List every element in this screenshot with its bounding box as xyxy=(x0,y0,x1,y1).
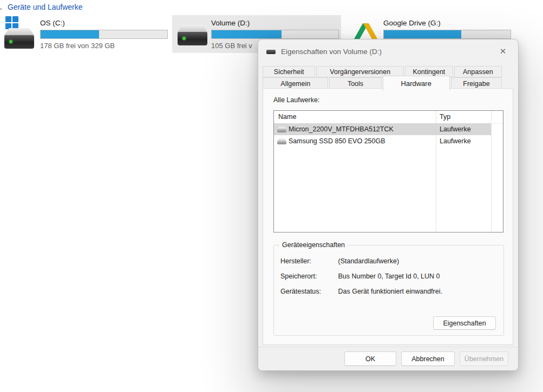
hard-drive-icon xyxy=(4,28,34,50)
tab-anpassen[interactable]: Anpassen xyxy=(454,66,502,77)
collapse-chevron-icon[interactable]: ⌄ xyxy=(0,4,3,11)
close-icon[interactable]: ✕ xyxy=(493,42,513,61)
tab-hardware[interactable]: Hardware xyxy=(383,76,450,91)
list-header: Name Typ xyxy=(274,111,503,124)
list-item-micron[interactable]: Micron_2200V_MTFDHBA512TCK Laufwerke xyxy=(274,123,491,135)
properties-button[interactable]: Eigenschaften xyxy=(433,316,496,330)
column-header-name[interactable]: Name xyxy=(278,113,296,121)
all-drives-label: Alle Laufwerke: xyxy=(273,96,319,104)
dialog-footer: OK Abbrechen Übernehmen xyxy=(258,347,518,370)
drives-list[interactable]: Name Typ Micron_2200V_MTFDHBA512TCK Lauf… xyxy=(273,110,503,232)
hard-drive-icon xyxy=(178,25,207,46)
properties-dialog: Eigenschaften von Volume (D:) ✕ Sicherhe… xyxy=(258,39,519,371)
dialog-titlebar[interactable]: Eigenschaften von Volume (D:) ✕ xyxy=(258,39,518,63)
apply-button[interactable]: Übernehmen xyxy=(460,351,508,366)
explorer-window: ⌄ Geräte und Laufwerke OS (C:) 178 GB fr… xyxy=(0,0,543,392)
free-space-text: 178 GB frei von 329 GB xyxy=(40,42,115,50)
dialog-title: Eigenschaften von Volume (D:) xyxy=(281,48,382,56)
small-drive-icon xyxy=(277,127,286,132)
drive-tile-os-c[interactable]: OS (C:) 178 GB frei von 329 GB xyxy=(1,15,170,53)
drive-name: Volume (D:) xyxy=(211,19,250,27)
drive-name: Google Drive (G:) xyxy=(383,19,441,27)
hardware-tab-pane: Alle Laufwerke: Name Typ Micron_2200V_MT… xyxy=(263,88,513,345)
manufacturer-row: Hersteller: (Standardlaufwerke) xyxy=(280,257,399,265)
cancel-button[interactable]: Abbrechen xyxy=(401,351,455,366)
capacity-bar xyxy=(40,30,168,39)
device-properties-group: Geräteeigenschaften Hersteller: (Standar… xyxy=(273,245,504,336)
capacity-bar xyxy=(211,30,339,39)
ok-button[interactable]: OK xyxy=(344,351,396,366)
drive-icon xyxy=(266,50,276,54)
devices-and-drives-header[interactable]: Geräte und Laufwerke xyxy=(8,3,83,11)
free-space-text: 105 GB frei v xyxy=(211,42,252,50)
column-header-type[interactable]: Typ xyxy=(440,113,450,121)
list-item-samsung[interactable]: Samsung SSD 850 EVO 250GB Laufwerke xyxy=(274,135,491,147)
capacity-bar xyxy=(383,30,511,39)
small-drive-icon xyxy=(277,138,286,144)
device-status-row: Gerätestatus: Das Gerät funktioniert ein… xyxy=(280,288,442,295)
tab-sicherheit[interactable]: Sicherheit xyxy=(263,66,315,77)
group-legend: Geräteeigenschaften xyxy=(279,241,348,249)
drive-name: OS (C:) xyxy=(40,19,65,27)
location-row: Speicherort: Bus Number 0, Target Id 0, … xyxy=(280,273,440,280)
windows-logo-icon xyxy=(5,16,18,29)
